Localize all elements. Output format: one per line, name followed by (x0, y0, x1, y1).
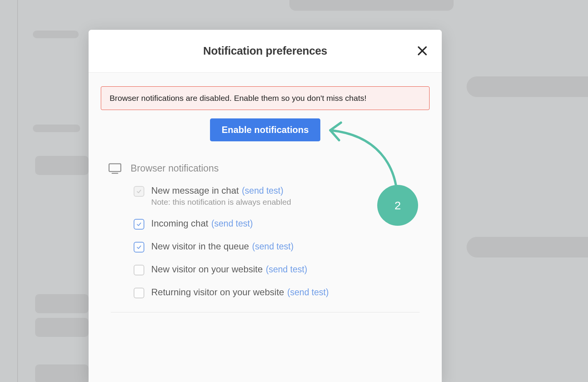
modal-body: Browser notifications are disabled. Enab… (89, 73, 442, 312)
close-icon (416, 44, 429, 57)
skeleton-shape (35, 156, 89, 175)
option-checkbox[interactable] (134, 265, 144, 275)
skeleton-shape (35, 294, 89, 313)
svg-rect-0 (109, 163, 121, 171)
skeleton-shape (467, 76, 588, 97)
option-label: Incoming chat (151, 218, 208, 229)
send-test-link[interactable]: (send test) (266, 264, 307, 275)
option-main: New visitor in the queue(send test) (151, 241, 294, 252)
options-list: New message in chat(send test)Note: this… (108, 185, 422, 298)
skeleton-shape (467, 237, 588, 257)
option-checkbox[interactable] (134, 288, 144, 298)
divider (111, 312, 420, 312)
browser-notifications-section: Browser notifications New message in cha… (101, 163, 430, 298)
option-row: New visitor on your website(send test) (134, 264, 422, 275)
skeleton-shape (35, 364, 89, 382)
background-divider (17, 0, 18, 382)
option-checkbox (134, 186, 144, 197)
skeleton-shape (33, 31, 79, 38)
option-main: Returning visitor on your website(send t… (151, 287, 329, 298)
notification-preferences-modal: Notification preferences Browser notific… (89, 30, 442, 382)
option-label-line: New visitor on your website(send test) (151, 264, 307, 275)
section-header: Browser notifications (108, 163, 422, 174)
option-checkbox[interactable] (134, 242, 144, 253)
option-row: New visitor in the queue(send test) (134, 241, 422, 253)
skeleton-shape (289, 0, 454, 11)
option-main: New message in chat(send test)Note: this… (151, 185, 291, 207)
option-label: New visitor on your website (151, 264, 263, 275)
monitor-icon (108, 163, 121, 174)
option-label-line: New visitor in the queue(send test) (151, 241, 294, 252)
close-button[interactable] (416, 44, 429, 57)
option-row: New message in chat(send test)Note: this… (134, 185, 422, 207)
option-label: Returning visitor on your website (151, 287, 284, 298)
option-row: Returning visitor on your website(send t… (134, 287, 422, 298)
option-label-line: Incoming chat(send test) (151, 218, 253, 229)
section-title: Browser notifications (131, 163, 219, 174)
notifications-disabled-alert: Browser notifications are disabled. Enab… (101, 86, 430, 110)
option-label: New visitor in the queue (151, 241, 249, 252)
skeleton-shape (35, 318, 89, 337)
skeleton-shape (33, 125, 80, 132)
modal-header: Notification preferences (89, 30, 442, 73)
enable-row: Enable notifications (101, 118, 430, 141)
option-note: Note: this notification is always enable… (151, 197, 291, 207)
send-test-link[interactable]: (send test) (287, 287, 329, 298)
option-row: Incoming chat(send test) (134, 218, 422, 230)
option-label-line: Returning visitor on your website(send t… (151, 287, 329, 298)
send-test-link[interactable]: (send test) (242, 186, 283, 196)
option-main: Incoming chat(send test) (151, 218, 253, 229)
enable-notifications-button[interactable]: Enable notifications (210, 118, 320, 141)
option-checkbox[interactable] (134, 219, 144, 230)
send-test-link[interactable]: (send test) (211, 219, 253, 229)
modal-title: Notification preferences (203, 45, 327, 57)
send-test-link[interactable]: (send test) (252, 241, 294, 252)
option-label-line: New message in chat(send test) (151, 185, 291, 196)
option-label: New message in chat (151, 185, 239, 196)
option-main: New visitor on your website(send test) (151, 264, 307, 275)
